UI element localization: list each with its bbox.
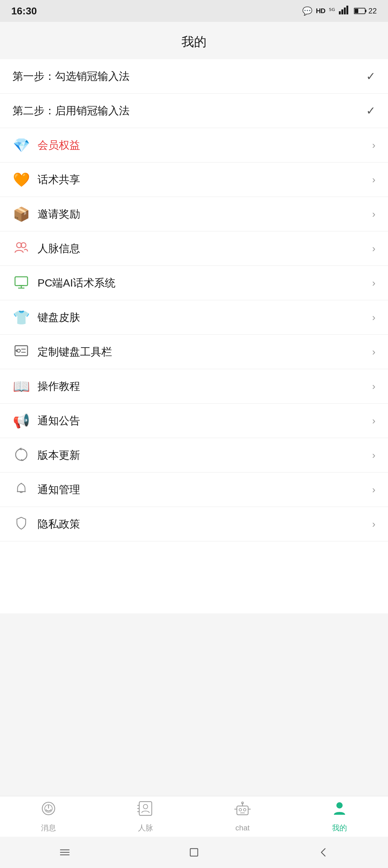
chat-robot-icon [234, 801, 251, 821]
svg-rect-2 [344, 7, 346, 14]
version-update-chevron: › [372, 450, 376, 461]
svg-rect-27 [237, 806, 248, 815]
contacts-label: 人脉 [138, 823, 153, 833]
keyboard-skin-chevron: › [372, 312, 376, 323]
menu-section: 💎 会员权益 › 🧡 话术共享 › 📦 邀请奖励 › [0, 128, 388, 541]
svg-rect-1 [342, 9, 343, 14]
privacy-policy-chevron: › [372, 518, 376, 530]
step1-text: 第一步：勾选销冠输入法 [12, 69, 366, 84]
member-benefits-chevron: › [372, 140, 376, 151]
messages-icon [40, 800, 57, 820]
version-update-icon [12, 447, 30, 463]
tutorial-icon: 📖 [12, 379, 30, 393]
svg-point-26 [143, 804, 148, 809]
menu-item-member-benefits[interactable]: 💎 会员权益 › [0, 128, 388, 162]
signal-5g: ⁵ᴳ [329, 7, 335, 15]
page-title: 我的 [0, 33, 388, 51]
svg-rect-9 [15, 277, 28, 286]
status-bar: 16:30 💬 HD ⁵ᴳ 22 [0, 0, 388, 22]
main-content: 第一步：勾选销冠输入法 ✓ 第二步：启用销冠输入法 ✓ 💎 会员权益 › 🧡 话… [0, 59, 388, 613]
bottom-spacer [0, 541, 388, 613]
script-sharing-chevron: › [372, 174, 376, 185]
step2-text: 第二步：启用销冠输入法 [12, 104, 366, 118]
menu-item-network-info[interactable]: 人脉信息 › [0, 231, 388, 266]
menu-item-keyboard-skin[interactable]: 👕 键盘皮肤 › [0, 300, 388, 335]
keyboard-skin-icon: 👕 [12, 311, 30, 324]
custom-toolbar-chevron: › [372, 346, 376, 358]
menu-item-custom-toolbar[interactable]: 定制键盘工具栏 › [0, 335, 388, 369]
notifications-chevron: › [372, 415, 376, 427]
privacy-policy-text: 隐私政策 [37, 517, 372, 531]
menu-item-invite-reward[interactable]: 📦 邀请奖励 › [0, 197, 388, 231]
step1-item[interactable]: 第一步：勾选销冠输入法 ✓ [0, 59, 388, 94]
nav-item-messages[interactable]: 消息 [0, 800, 97, 833]
tutorial-chevron: › [372, 380, 376, 392]
svg-rect-3 [346, 6, 348, 14]
mine-label: 我的 [332, 823, 347, 833]
menu-item-notification-manage[interactable]: 通知管理 › [0, 472, 388, 507]
privacy-policy-icon [12, 516, 30, 532]
svg-rect-0 [339, 11, 341, 14]
script-sharing-icon: 🧡 [12, 173, 30, 187]
step1-checkmark: ✓ [366, 70, 376, 83]
menu-item-notifications[interactable]: 📢 通知公告 › [0, 404, 388, 438]
step2-item[interactable]: 第二步：启用销冠输入法 ✓ [0, 94, 388, 128]
nav-item-contacts[interactable]: 人脉 [97, 800, 194, 833]
battery: 22 [354, 7, 377, 16]
mine-icon [331, 800, 348, 820]
system-nav [0, 837, 388, 868]
network-status: HD [316, 7, 325, 15]
nav-item-mine[interactable]: 我的 [291, 800, 388, 833]
notification-manage-icon [12, 482, 30, 498]
network-info-text: 人脉信息 [37, 241, 372, 256]
svg-point-35 [336, 802, 343, 808]
version-update-text: 版本更新 [37, 448, 372, 463]
menu-item-pc-ai[interactable]: PC端AI话术系统 › [0, 266, 388, 300]
script-sharing-text: 话术共享 [37, 173, 372, 187]
page-header: 我的 [0, 22, 388, 59]
svg-point-14 [17, 349, 20, 352]
svg-rect-6 [355, 9, 358, 13]
menu-item-tutorial[interactable]: 📖 操作教程 › [0, 369, 388, 404]
pc-ai-icon [12, 274, 30, 291]
notifications-text: 通知公告 [37, 414, 372, 428]
nav-item-chat[interactable]: chat [194, 801, 291, 832]
member-benefits-icon: 💎 [12, 138, 30, 152]
notifications-icon: 📢 [12, 414, 30, 428]
member-benefits-text: 会员权益 [37, 138, 372, 153]
notification-manage-chevron: › [372, 484, 376, 495]
sys-nav-menu[interactable] [55, 843, 74, 862]
svg-rect-39 [190, 848, 198, 856]
contacts-icon [137, 800, 154, 820]
sys-nav-home[interactable] [185, 843, 203, 862]
svg-rect-5 [365, 10, 366, 12]
menu-item-privacy-policy[interactable]: 隐私政策 › [0, 507, 388, 541]
keyboard-skin-text: 键盘皮肤 [37, 310, 372, 325]
menu-item-script-sharing[interactable]: 🧡 话术共享 › [0, 162, 388, 197]
signal-bars [339, 6, 350, 17]
invite-reward-chevron: › [372, 208, 376, 220]
notification-manage-text: 通知管理 [37, 483, 372, 497]
custom-toolbar-text: 定制键盘工具栏 [37, 345, 372, 359]
message-status-icon: 💬 [302, 6, 312, 16]
network-info-chevron: › [372, 243, 376, 254]
pc-ai-text: PC端AI话术系统 [37, 276, 372, 290]
svg-point-29 [244, 808, 246, 811]
status-time: 16:30 [11, 5, 37, 17]
bottom-nav: 消息 人脉 [0, 796, 388, 837]
tutorial-text: 操作教程 [37, 379, 372, 394]
menu-item-version-update[interactable]: 版本更新 › [0, 438, 388, 472]
invite-reward-icon: 📦 [12, 207, 30, 221]
chat-label: chat [235, 824, 249, 832]
status-icons: 💬 HD ⁵ᴳ 22 [302, 6, 377, 17]
network-info-icon [12, 240, 30, 257]
messages-label: 消息 [41, 823, 56, 833]
invite-reward-text: 邀请奖励 [37, 207, 372, 221]
custom-toolbar-icon [12, 343, 30, 361]
sys-nav-back[interactable] [314, 843, 333, 862]
svg-point-28 [239, 808, 241, 811]
step2-checkmark: ✓ [366, 104, 376, 117]
battery-level: 22 [368, 7, 377, 16]
pc-ai-chevron: › [372, 277, 376, 289]
